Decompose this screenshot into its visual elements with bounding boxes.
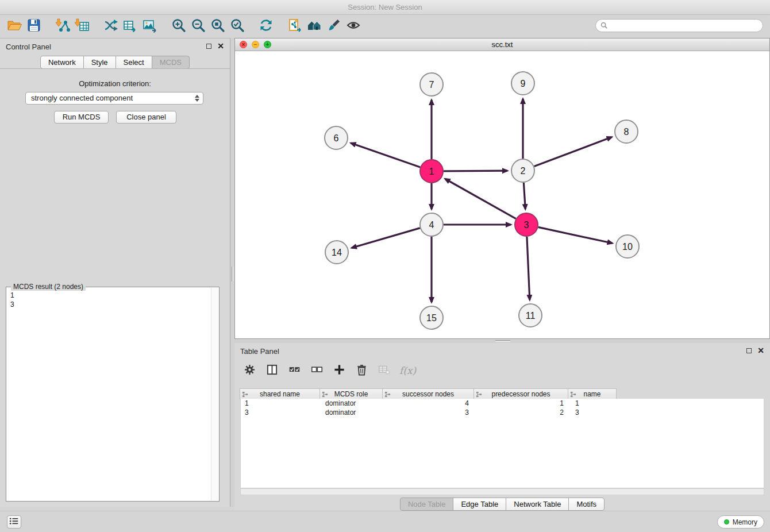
refresh-layout-button[interactable] [256,17,276,36]
cell-shared-name[interactable]: 1 [241,399,321,408]
run-mcds-button[interactable]: Run MCDS [54,111,109,124]
graph-node[interactable]: 3 [515,213,538,236]
tab-style[interactable]: Style [83,56,116,69]
cell-predecessor-nodes[interactable]: 2 [476,408,571,417]
result-scrollbar[interactable] [211,288,218,500]
cell-mcds-role[interactable]: dominator [321,408,384,417]
close-panel-button[interactable]: ✕ [217,41,224,51]
export-image-button[interactable] [140,17,160,36]
deselect-all-rows-button[interactable] [310,364,324,377]
zoom-fit-button[interactable] [208,17,228,36]
graph-node-label: 3 [524,220,529,230]
horizontal-splitter[interactable] [234,339,770,343]
create-column-button[interactable] [332,364,346,377]
zoom-out-button[interactable] [188,17,208,36]
network-from-selection-button[interactable] [101,17,121,36]
vertical-splitter[interactable] [230,38,234,507]
window-zoom-button[interactable]: + [264,41,271,48]
criterion-dropdown[interactable]: strongly connected component [25,92,203,105]
graph-node[interactable]: 4 [420,213,443,236]
graph-node[interactable]: 6 [325,126,348,149]
zoom-fit-icon [210,18,225,35]
network-view-window: × − + scc.txt 7968124314101511 [234,38,770,339]
graph-node[interactable]: 14 [325,241,348,264]
cell-mcds-role[interactable]: dominator [321,399,384,408]
split-panel-button[interactable] [265,364,279,377]
search-input[interactable] [610,21,758,30]
export-table-button[interactable] [121,17,140,36]
open-file-button[interactable] [5,17,24,36]
copy-network-view-button[interactable] [285,17,305,36]
graph-node[interactable]: 1 [420,160,443,183]
task-history-button[interactable] [7,515,21,529]
graph-edge[interactable] [445,179,516,218]
control-panel: Control Panel ✕ NetworkStyleSelectMCDS O… [0,38,230,507]
column-settings-button[interactable] [242,364,256,377]
table-row[interactable]: 1 dominator 4 1 1 [241,399,764,408]
table-horizontal-scrollbar[interactable] [240,488,764,495]
graph-edge[interactable] [523,183,525,209]
graph-node[interactable]: 2 [511,159,534,182]
cell-shared-name[interactable]: 3 [241,408,321,417]
graph-edge[interactable] [534,137,612,167]
tab-select[interactable]: Select [116,56,152,69]
export-table-icon [123,18,138,35]
column-header-shared-name[interactable]: shared name [240,388,320,399]
import-network-button[interactable] [53,17,72,36]
float-table-panel-button[interactable] [746,348,752,353]
table-row[interactable]: 3 dominator 3 2 3 [241,408,764,417]
list-icon [9,517,19,527]
delete-column-button[interactable] [355,364,368,377]
search-icon [600,21,610,31]
tab-network-table[interactable]: Network Table [506,498,569,511]
select-all-rows-button[interactable] [287,364,301,377]
control-panel-title: Control Panel [6,43,51,51]
cell-successor-nodes[interactable]: 4 [384,399,476,408]
splitter-grip [495,340,510,342]
graph-edge[interactable] [444,171,507,171]
cell-name[interactable]: 3 [571,408,620,417]
apply-style-button[interactable] [324,17,344,36]
cell-predecessor-nodes[interactable]: 1 [476,399,571,408]
floppy-disk-icon [26,18,41,35]
network-window-titlebar[interactable]: × − + scc.txt [235,38,769,51]
graph-node[interactable]: 11 [519,304,542,327]
tab-mcds[interactable]: MCDS [152,56,190,69]
function-builder-button[interactable]: f(x) [399,364,416,377]
cell-successor-nodes[interactable]: 3 [384,408,476,417]
window-close-button[interactable]: × [240,41,247,48]
save-session-button[interactable] [24,17,44,36]
tab-network[interactable]: Network [40,56,84,69]
tab-node-table[interactable]: Node Table [400,498,454,511]
import-table-button[interactable] [72,17,92,36]
graph-node[interactable]: 10 [616,235,639,258]
float-panel-button[interactable] [206,44,211,49]
graph-node[interactable]: 15 [420,306,443,329]
graph-node[interactable]: 9 [511,72,534,95]
graph-node[interactable]: 7 [420,73,443,96]
zoom-selected-button[interactable] [228,17,247,36]
column-header-predecessor-nodes[interactable]: predecessor nodes [473,388,568,399]
close-table-panel-button[interactable]: ✕ [757,346,764,355]
close-panel-action-button[interactable]: Close panel [116,111,176,124]
app-window: Session: New Session [0,0,770,532]
network-canvas[interactable]: 7968124314101511 [235,51,769,338]
column-header-successor-nodes[interactable]: successor nodes [382,388,474,399]
column-header-name[interactable]: name [568,388,617,399]
graph-edge[interactable] [351,143,420,167]
window-minimize-button[interactable]: − [252,41,259,48]
memory-button[interactable]: Memory [717,515,764,529]
cell-name[interactable]: 1 [571,399,620,408]
show-hide-graphics-button[interactable] [344,17,363,36]
toolbar-search[interactable] [595,19,763,32]
graph-edge[interactable] [527,237,530,300]
delete-table-button[interactable] [377,364,391,377]
column-header-mcds-role[interactable]: MCDS role [319,388,383,399]
graph-edge[interactable] [352,228,420,248]
tab-edge-table[interactable]: Edge Table [453,498,506,511]
home-layout-button[interactable] [305,17,324,36]
graph-edge[interactable] [538,227,613,243]
graph-node[interactable]: 8 [615,120,638,143]
tab-motifs[interactable]: Motifs [568,498,605,511]
zoom-in-button[interactable] [169,17,188,36]
